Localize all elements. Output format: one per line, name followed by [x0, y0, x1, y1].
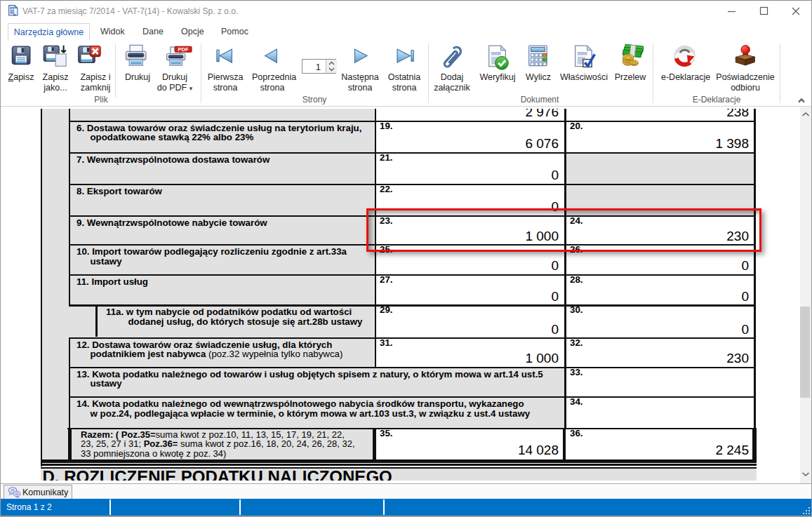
- svg-text:PDF: PDF: [178, 46, 189, 53]
